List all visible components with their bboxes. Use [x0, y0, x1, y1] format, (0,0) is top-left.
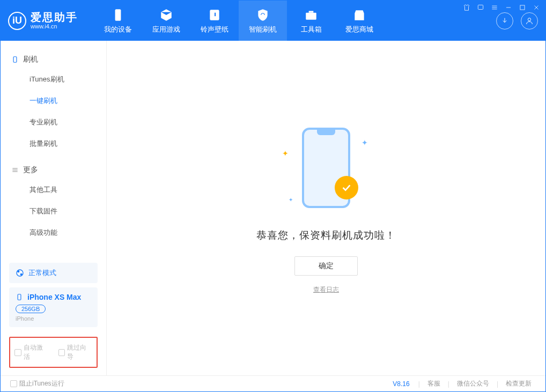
svg-rect-12 — [13, 57, 17, 63]
skip-guide-checkbox[interactable]: 跳过向导 — [58, 343, 93, 361]
ok-button[interactable]: 确定 — [294, 256, 358, 276]
nav-label: 工具箱 — [301, 25, 322, 34]
sidebar-group-more: 更多 — [1, 161, 106, 179]
success-illustration: ✦ ✦ ✦ — [278, 122, 374, 213]
sparkle-icon: ✦ — [361, 138, 368, 147]
sidebar: 刷机 iTunes刷机 一键刷机 专业刷机 批量刷机 更多 其他工具 下载固件 … — [1, 41, 107, 375]
device-icon — [11, 56, 19, 63]
sparkle-icon: ✦ — [282, 149, 289, 158]
nav-label: 铃声壁纸 — [201, 25, 228, 34]
nav-store[interactable]: 爱思商城 — [335, 1, 383, 41]
sidebar-item-batch-flash[interactable]: 批量刷机 — [1, 133, 106, 154]
logo-icon: iU — [8, 12, 26, 30]
sidebar-item-download-firmware[interactable]: 下载固件 — [1, 201, 106, 222]
sidebar-item-advanced[interactable]: 高级功能 — [1, 222, 106, 243]
svg-point-17 — [18, 271, 19, 272]
version-label: V8.16 — [393, 380, 409, 388]
sidebar-group-flash: 刷机 — [1, 50, 106, 69]
checkbox-icon — [58, 349, 65, 356]
storage-badge: 256GB — [16, 305, 46, 313]
sidebar-item-itunes-flash[interactable]: iTunes刷机 — [1, 69, 106, 90]
sidebar-item-onekey-flash[interactable]: 一键刷机 — [1, 90, 106, 112]
footer-link-support[interactable]: 客服 — [423, 379, 445, 388]
feedback-icon[interactable] — [477, 4, 484, 13]
mode-card[interactable]: 正常模式 — [9, 263, 98, 283]
sync-icon — [16, 269, 24, 277]
checkbox-row-highlighted: 自动激活 跳过向导 — [9, 337, 98, 368]
window-controls — [463, 4, 540, 13]
mode-label: 正常模式 — [28, 268, 56, 278]
nav-label: 智能刷机 — [249, 25, 277, 34]
footer-link-update[interactable]: 检查更新 — [501, 379, 536, 388]
footer: 阻止iTunes运行 V8.16 | 客服 | 微信公众号 | 检查更新 — [1, 375, 545, 391]
list-icon — [11, 166, 19, 174]
checkbox-icon — [14, 349, 21, 356]
phone-icon — [110, 8, 126, 23]
svg-point-18 — [20, 273, 22, 275]
nav-smart-flash[interactable]: 智能刷机 — [239, 1, 287, 41]
app-url: www.i4.cn — [31, 23, 78, 29]
checkbox-icon — [10, 380, 17, 387]
svg-point-16 — [17, 270, 23, 276]
checkbox-label: 自动激活 — [24, 343, 49, 361]
nav-my-device[interactable]: 我的设备 — [94, 1, 142, 41]
group-title-label: 刷机 — [23, 55, 38, 64]
body: 刷机 iTunes刷机 一键刷机 专业刷机 批量刷机 更多 其他工具 下载固件 … — [1, 41, 545, 375]
close-icon[interactable] — [533, 4, 540, 13]
sidebar-item-pro-flash[interactable]: 专业刷机 — [1, 112, 106, 133]
nav-toolbox[interactable]: 工具箱 — [287, 1, 335, 41]
top-nav: 我的设备 应用游戏 铃声壁纸 智能刷机 工具箱 爱思商城 — [94, 1, 383, 41]
svg-rect-8 — [115, 9, 121, 21]
device-card[interactable]: iPhone XS Max 256GB iPhone — [9, 287, 98, 327]
svg-rect-5 — [520, 5, 525, 10]
user-button[interactable] — [521, 12, 538, 29]
nav-ringtone-wallpaper[interactable]: 铃声壁纸 — [190, 1, 239, 41]
titlebar-actions — [496, 12, 538, 29]
app-name: 爱思助手 — [31, 11, 78, 23]
view-log-link[interactable]: 查看日志 — [313, 285, 339, 294]
store-icon — [352, 8, 367, 23]
device-type: iPhone — [16, 315, 91, 322]
group-title-label: 更多 — [23, 165, 38, 175]
svg-rect-10 — [306, 12, 316, 19]
svg-rect-19 — [18, 294, 21, 300]
music-note-icon — [207, 8, 222, 23]
maximize-icon[interactable] — [519, 4, 526, 13]
app-window: iU 爱思助手 www.i4.cn 我的设备 应用游戏 铃声壁纸 智能刷机 — [0, 0, 546, 392]
toolbox-icon — [304, 8, 319, 23]
auto-activate-checkbox[interactable]: 自动激活 — [14, 343, 49, 361]
svg-point-11 — [528, 18, 530, 20]
menu-icon[interactable] — [491, 4, 498, 13]
sparkle-icon: ✦ — [289, 197, 293, 203]
block-itunes-checkbox[interactable]: 阻止iTunes运行 — [10, 379, 64, 388]
check-badge-icon — [335, 176, 358, 199]
logo[interactable]: iU 爱思助手 www.i4.cn — [8, 11, 78, 29]
minimize-icon[interactable] — [505, 4, 512, 13]
nav-label: 应用游戏 — [152, 25, 180, 34]
checkbox-label: 跳过向导 — [67, 343, 92, 361]
nav-label: 我的设备 — [104, 25, 132, 34]
footer-link-wechat[interactable]: 微信公众号 — [453, 379, 493, 388]
nav-label: 爱思商城 — [345, 25, 373, 34]
skin-icon[interactable] — [463, 4, 470, 13]
phone-small-icon — [16, 293, 23, 301]
main-content: ✦ ✦ ✦ 恭喜您，保资料刷机成功啦！ 确定 查看日志 — [107, 41, 545, 375]
cube-icon — [159, 8, 174, 23]
download-button[interactable] — [496, 12, 513, 29]
svg-rect-0 — [478, 5, 483, 9]
checkbox-label: 阻止iTunes运行 — [19, 379, 64, 388]
nav-apps-games[interactable]: 应用游戏 — [142, 1, 190, 41]
sidebar-item-other-tools[interactable]: 其他工具 — [1, 179, 106, 201]
device-name-label: iPhone XS Max — [27, 293, 81, 301]
shield-sync-icon — [255, 8, 270, 23]
success-message: 恭喜您，保资料刷机成功啦！ — [256, 228, 396, 242]
